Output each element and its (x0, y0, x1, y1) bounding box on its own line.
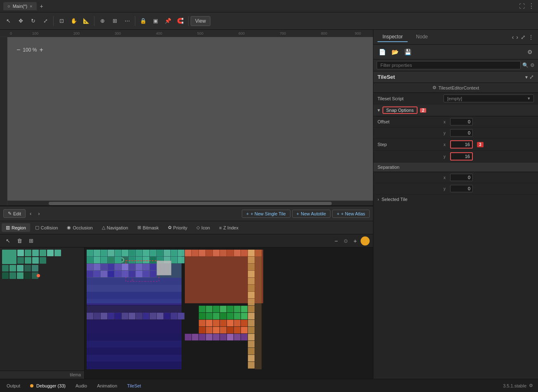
snap-options-label[interactable]: Snap Options (382, 106, 418, 114)
offset-y-input[interactable] (450, 129, 473, 137)
snap-tool[interactable]: 🧲 (175, 15, 186, 27)
ts-delete-tool[interactable]: 🗑 (14, 236, 25, 246)
lock-tool[interactable]: 🔒 (137, 15, 149, 27)
thumbnail-area (0, 248, 84, 371)
offset-row: Offset x (373, 116, 538, 128)
tab-zindex[interactable]: ≡ Z Index (215, 224, 243, 232)
status-output[interactable]: Output (5, 383, 22, 389)
toolbar-separator-2 (94, 16, 94, 26)
tab-occlusion[interactable]: ◉ Occlusion (63, 223, 97, 232)
zoom-out-button[interactable]: − (17, 46, 20, 54)
pivot-tool[interactable]: ⊕ (97, 15, 108, 27)
grid-tool[interactable]: ⊞ (109, 15, 120, 27)
status-tileset[interactable]: TileSet (125, 383, 143, 389)
insp-save[interactable]: 💾 (402, 47, 413, 57)
move-tool[interactable]: ✥ (15, 15, 26, 27)
svg-rect-109 (248, 355, 255, 361)
fullscreen-icon[interactable]: ⛶ (519, 3, 525, 9)
step-y-wrapper: y (444, 152, 473, 161)
svg-rect-146 (241, 320, 248, 326)
pan-tool[interactable]: ✋ (68, 15, 80, 27)
step-y-label: y (444, 154, 448, 159)
tileset-expand-button[interactable]: ⤢ (529, 74, 534, 80)
tab-region[interactable]: ▥ Region (2, 223, 30, 232)
step-y-input[interactable] (450, 152, 473, 161)
new-autotile-button[interactable]: + New Autotile (292, 210, 331, 218)
horizontal-scrollbar[interactable] (7, 201, 373, 205)
debugger-dot (30, 384, 33, 387)
svg-rect-98 (248, 278, 255, 284)
svg-rect-131 (234, 306, 241, 312)
ts-zoom-reset[interactable]: ⊙ (342, 237, 350, 245)
rotate-tool[interactable]: ↻ (27, 15, 39, 27)
status-debugger[interactable]: Debugger (33) (28, 383, 67, 389)
viewport-canvas[interactable]: 0 100 200 300 400 500 600 700 800 900 − … (0, 30, 373, 205)
next-tile-button[interactable]: › (35, 210, 42, 217)
separation-x-input[interactable] (450, 174, 473, 181)
tileset-dropdown-arrow[interactable]: ▾ (525, 74, 528, 80)
offset-x-wrapper: x (444, 118, 534, 125)
tab-priority[interactable]: ✿ Priority (164, 223, 191, 232)
filter-search-icon[interactable]: 🔍 (522, 62, 529, 68)
snap-options-section[interactable]: ▾ Snap Options 2 (373, 104, 538, 116)
select-tool[interactable]: ↖ (2, 15, 14, 27)
pin-tool[interactable]: 📌 (162, 15, 174, 27)
offset-x-input[interactable] (450, 118, 473, 125)
svg-rect-155 (87, 334, 182, 340)
svg-rect-87 (220, 250, 227, 256)
add-tab-button[interactable]: + (38, 3, 45, 9)
context-name: TilesetEditorContext (439, 85, 479, 90)
filter-options-icon[interactable]: ⚙ (530, 62, 535, 68)
settings-gear-icon[interactable]: ⚙ (529, 383, 533, 388)
zoom-in-button[interactable]: + (39, 46, 43, 54)
ruler-tool[interactable]: 📐 (80, 15, 92, 27)
insp-open-file[interactable]: 📂 (389, 47, 401, 57)
scale-tool[interactable]: ⤢ (40, 15, 51, 27)
tab-bitmask[interactable]: ⊞ Bitmask (133, 223, 163, 232)
select2-tool[interactable]: ⊡ (56, 15, 67, 27)
svg-rect-126 (199, 306, 205, 312)
svg-rect-156 (87, 341, 182, 347)
new-atlas-button[interactable]: + + New Atlas (332, 210, 370, 218)
zoom-color-indicator[interactable] (361, 236, 370, 246)
selected-tile-section[interactable]: › Selected Tile (373, 194, 538, 204)
insp-new-script[interactable]: 📄 (377, 47, 388, 57)
ts-grid-tool[interactable]: ⊞ (26, 236, 36, 246)
ts-zoom-out[interactable]: − (333, 237, 340, 245)
filter-input[interactable] (377, 61, 521, 69)
main-tab[interactable]: ○ Main(*) × (3, 2, 37, 10)
insp-more-button[interactable]: ⋮ (528, 34, 534, 40)
status-audio[interactable]: Audio (74, 383, 89, 389)
insp-back-button[interactable]: ‹ (512, 34, 514, 40)
insp-settings[interactable]: ⚙ (525, 47, 535, 57)
new-single-tile-button[interactable]: + + New Single Tile (242, 210, 290, 218)
sep-x-label: x (444, 175, 448, 180)
svg-rect-85 (206, 250, 212, 256)
tab-node[interactable]: Node (411, 32, 433, 42)
more-tool[interactable]: ⋯ (121, 15, 133, 27)
scroll-thumb[interactable] (49, 202, 332, 205)
close-icon[interactable]: × (30, 4, 32, 9)
ts-select-tool[interactable]: ↖ (3, 236, 13, 246)
tileset-canvas[interactable]: + (85, 248, 373, 379)
script-dropdown[interactable]: [empty] ▾ (444, 94, 534, 102)
status-animation[interactable]: Animation (95, 383, 119, 389)
edit-button[interactable]: ✎ Edit (3, 209, 26, 218)
separation-y-input[interactable] (450, 185, 473, 192)
window-menu-icon[interactable]: ⋮ (528, 2, 535, 10)
insp-expand-button[interactable]: ⤢ (521, 34, 526, 40)
insp-forward-button[interactable]: › (516, 34, 518, 40)
view-button[interactable]: View (191, 16, 210, 26)
tab-navigation[interactable]: △ Navigation (98, 223, 132, 232)
svg-rect-76 (87, 278, 182, 285)
tab-inspector[interactable]: Inspector (378, 32, 408, 42)
step-x-input[interactable] (450, 140, 473, 149)
ts-zoom-in[interactable]: + (352, 237, 359, 245)
tab-collision[interactable]: ▢ Collision (31, 223, 62, 232)
group-tool[interactable]: ▣ (150, 15, 161, 27)
tab-icon[interactable]: ◇ Icon (192, 223, 214, 232)
svg-rect-139 (241, 313, 248, 319)
prev-tile-button[interactable]: ‹ (27, 210, 34, 217)
svg-rect-78 (87, 292, 182, 299)
svg-rect-35 (171, 250, 177, 256)
